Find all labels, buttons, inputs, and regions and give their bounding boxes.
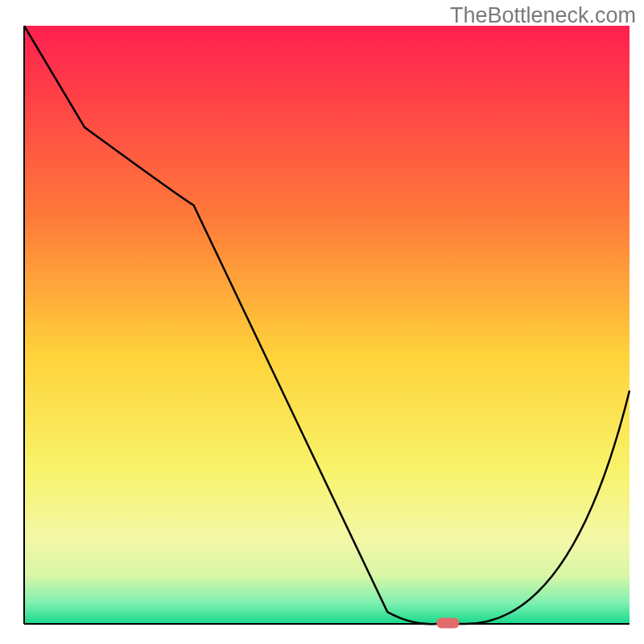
chart-container: TheBottleneck.com — [0, 0, 644, 644]
optimal-marker — [436, 618, 459, 629]
plot-background — [24, 26, 630, 624]
bottleneck-chart — [0, 0, 644, 644]
watermark-text: TheBottleneck.com — [450, 3, 636, 28]
